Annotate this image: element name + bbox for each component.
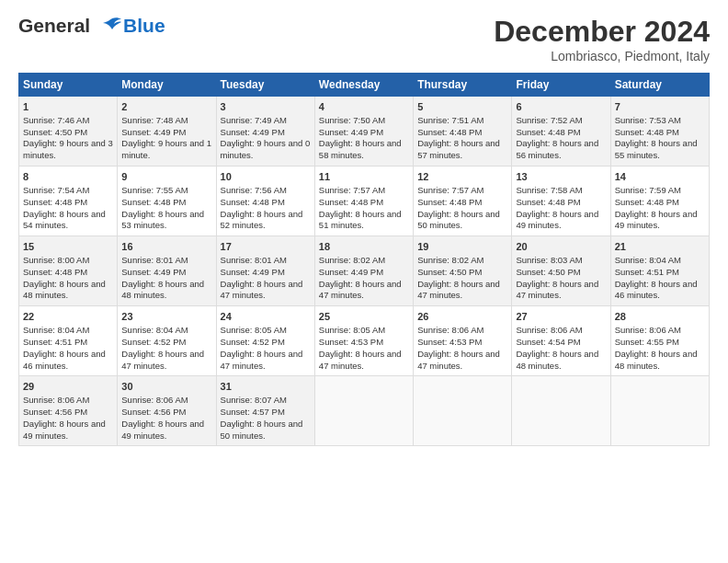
sunset-text: Sunset: 4:49 PM <box>319 127 383 137</box>
calendar-table: Sunday Monday Tuesday Wednesday Thursday… <box>18 73 710 446</box>
cell-w1-d0: 1Sunrise: 7:46 AMSunset: 4:50 PMDaylight… <box>19 97 118 167</box>
sunrise-text: Sunrise: 8:06 AM <box>23 395 89 405</box>
day-number: 10 <box>221 170 311 184</box>
day-number: 21 <box>615 240 705 254</box>
cell-w5-d2: 31Sunrise: 8:07 AMSunset: 4:57 PMDayligh… <box>216 376 314 446</box>
day-number: 29 <box>23 380 113 394</box>
sunrise-text: Sunrise: 8:06 AM <box>417 325 483 335</box>
calendar-body: 1Sunrise: 7:46 AMSunset: 4:50 PMDaylight… <box>19 97 710 446</box>
daylight-text: Daylight: 9 hours and 3 minutes. <box>23 138 113 160</box>
cell-w4-d4: 26Sunrise: 8:06 AMSunset: 4:53 PMDayligh… <box>414 306 512 376</box>
daylight-text: Daylight: 8 hours and 56 minutes. <box>516 138 598 160</box>
day-number: 19 <box>417 240 507 254</box>
calendar-page: General Blue December 2024 Lombriasco, P… <box>0 0 728 563</box>
sunrise-text: Sunrise: 8:06 AM <box>615 325 681 335</box>
sunset-text: Sunset: 4:50 PM <box>417 267 482 277</box>
sunrise-text: Sunrise: 7:59 AM <box>615 185 681 195</box>
sunset-text: Sunset: 4:48 PM <box>516 197 580 207</box>
header-wednesday: Wednesday <box>314 74 413 97</box>
day-number: 12 <box>417 170 507 184</box>
daylight-text: Daylight: 8 hours and 46 minutes. <box>615 279 698 301</box>
sunset-text: Sunset: 4:48 PM <box>417 127 482 137</box>
sunrise-text: Sunrise: 8:07 AM <box>221 395 287 405</box>
daylight-text: Daylight: 9 hours and 0 minutes. <box>221 138 311 160</box>
week-row-4: 22Sunrise: 8:04 AMSunset: 4:51 PMDayligh… <box>19 306 710 376</box>
sunrise-text: Sunrise: 7:56 AM <box>221 185 287 195</box>
sunrise-text: Sunrise: 8:03 AM <box>516 255 582 265</box>
day-number: 14 <box>615 170 705 184</box>
cell-w1-d3: 4Sunrise: 7:50 AMSunset: 4:49 PMDaylight… <box>314 97 413 167</box>
sunrise-text: Sunrise: 7:55 AM <box>121 185 188 195</box>
sunrise-text: Sunrise: 8:06 AM <box>516 325 582 335</box>
daylight-text: Daylight: 8 hours and 47 minutes. <box>319 349 402 371</box>
day-number: 24 <box>221 310 311 324</box>
day-number: 1 <box>23 100 113 114</box>
day-number: 2 <box>121 100 211 114</box>
sunset-text: Sunset: 4:50 PM <box>23 127 87 137</box>
sunset-text: Sunset: 4:55 PM <box>615 337 679 347</box>
sunset-text: Sunset: 4:52 PM <box>121 337 186 347</box>
cell-w3-d0: 15Sunrise: 8:00 AMSunset: 4:48 PMDayligh… <box>19 236 118 306</box>
sunset-text: Sunset: 4:48 PM <box>615 127 679 137</box>
daylight-text: Daylight: 8 hours and 55 minutes. <box>615 138 698 160</box>
day-number: 6 <box>516 100 606 114</box>
header-row: Sunday Monday Tuesday Wednesday Thursday… <box>19 74 710 97</box>
sunset-text: Sunset: 4:56 PM <box>121 407 186 417</box>
sunrise-text: Sunrise: 7:52 AM <box>516 115 582 125</box>
daylight-text: Daylight: 8 hours and 49 minutes. <box>516 209 598 231</box>
header-thursday: Thursday <box>414 74 512 97</box>
sunset-text: Sunset: 4:56 PM <box>23 407 87 417</box>
day-number: 23 <box>121 310 211 324</box>
calendar-header: Sunday Monday Tuesday Wednesday Thursday… <box>19 74 710 97</box>
sunrise-text: Sunrise: 8:05 AM <box>319 325 385 335</box>
sunset-text: Sunset: 4:54 PM <box>516 337 580 347</box>
week-row-5: 29Sunrise: 8:06 AMSunset: 4:56 PMDayligh… <box>19 376 710 446</box>
day-number: 25 <box>319 310 409 324</box>
day-number: 15 <box>23 240 113 254</box>
day-number: 22 <box>23 310 113 324</box>
day-number: 28 <box>615 310 705 324</box>
cell-w5-d6 <box>610 376 709 446</box>
daylight-text: Daylight: 8 hours and 52 minutes. <box>221 209 303 231</box>
cell-w1-d1: 2Sunrise: 7:48 AMSunset: 4:49 PMDaylight… <box>118 97 216 167</box>
sunset-text: Sunset: 4:53 PM <box>417 337 482 347</box>
month-title: December 2024 <box>494 15 710 49</box>
cell-w5-d4 <box>414 376 512 446</box>
sunrise-text: Sunrise: 7:57 AM <box>319 185 385 195</box>
sunrise-text: Sunrise: 7:57 AM <box>417 185 483 195</box>
cell-w3-d4: 19Sunrise: 8:02 AMSunset: 4:50 PMDayligh… <box>414 236 512 306</box>
sunrise-text: Sunrise: 8:01 AM <box>121 255 188 265</box>
daylight-text: Daylight: 8 hours and 49 minutes. <box>23 419 106 441</box>
daylight-text: Daylight: 8 hours and 48 minutes. <box>615 349 698 371</box>
sunset-text: Sunset: 4:49 PM <box>221 267 285 277</box>
sunrise-text: Sunrise: 8:01 AM <box>221 255 287 265</box>
daylight-text: Daylight: 8 hours and 49 minutes. <box>121 419 204 441</box>
sunset-text: Sunset: 4:49 PM <box>221 127 285 137</box>
sunrise-text: Sunrise: 8:04 AM <box>121 325 188 335</box>
sunrise-text: Sunrise: 8:00 AM <box>23 255 89 265</box>
sunset-text: Sunset: 4:48 PM <box>615 197 679 207</box>
daylight-text: Daylight: 8 hours and 47 minutes. <box>221 349 303 371</box>
cell-w2-d0: 8Sunrise: 7:54 AMSunset: 4:48 PMDaylight… <box>19 167 118 236</box>
cell-w1-d6: 7Sunrise: 7:53 AMSunset: 4:48 PMDaylight… <box>610 97 709 167</box>
cell-w2-d6: 14Sunrise: 7:59 AMSunset: 4:48 PMDayligh… <box>610 167 709 236</box>
sunrise-text: Sunrise: 8:04 AM <box>615 255 681 265</box>
daylight-text: Daylight: 8 hours and 49 minutes. <box>615 209 698 231</box>
sunset-text: Sunset: 4:52 PM <box>221 337 285 347</box>
sunrise-text: Sunrise: 8:02 AM <box>417 255 483 265</box>
header: General Blue December 2024 Lombriasco, P… <box>18 15 710 63</box>
cell-w4-d3: 25Sunrise: 8:05 AMSunset: 4:53 PMDayligh… <box>314 306 413 376</box>
cell-w3-d1: 16Sunrise: 8:01 AMSunset: 4:49 PMDayligh… <box>118 236 216 306</box>
week-row-2: 8Sunrise: 7:54 AMSunset: 4:48 PMDaylight… <box>19 167 710 236</box>
day-number: 20 <box>516 240 606 254</box>
sunset-text: Sunset: 4:48 PM <box>121 197 186 207</box>
day-number: 3 <box>221 100 311 114</box>
cell-w5-d1: 30Sunrise: 8:06 AMSunset: 4:56 PMDayligh… <box>118 376 216 446</box>
day-number: 8 <box>23 170 113 184</box>
sunrise-text: Sunrise: 7:58 AM <box>516 185 582 195</box>
sunset-text: Sunset: 4:48 PM <box>516 127 580 137</box>
sunset-text: Sunset: 4:53 PM <box>319 337 383 347</box>
daylight-text: Daylight: 8 hours and 47 minutes. <box>121 349 204 371</box>
cell-w1-d4: 5Sunrise: 7:51 AMSunset: 4:48 PMDaylight… <box>414 97 512 167</box>
sunset-text: Sunset: 4:48 PM <box>221 197 285 207</box>
